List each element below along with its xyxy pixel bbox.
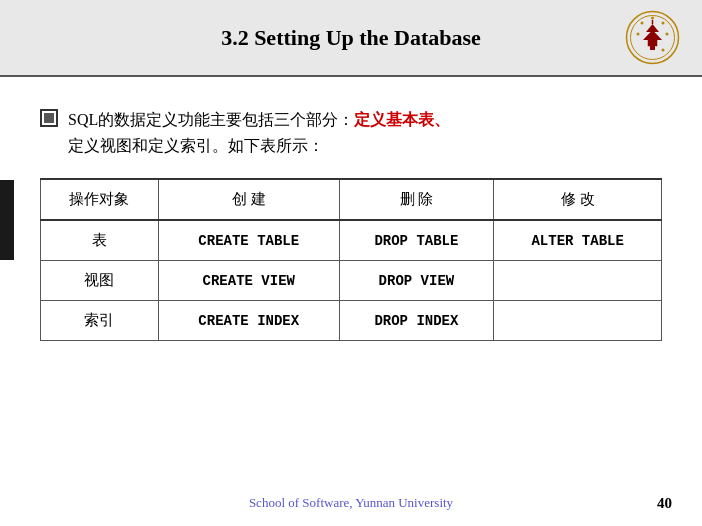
cell-create-table: CREATE TABLE (158, 220, 339, 261)
table-row-table: 表 CREATE TABLE DROP TABLE ALTER TABLE (41, 220, 662, 261)
col-header-create: 创 建 (158, 179, 339, 220)
intro-paragraph: SQL的数据定义功能主要包括三个部分：定义基本表、 定义视图和定义索引。如下表所… (40, 107, 662, 158)
left-decoration (0, 180, 14, 260)
intro-prefix: SQL的数据定义功能主要包括三个部分： (68, 111, 354, 128)
slide-content: SQL的数据定义功能主要包括三个部分：定义基本表、 定义视图和定义索引。如下表所… (0, 77, 702, 351)
cell-create-view: CREATE VIEW (158, 261, 339, 301)
svg-point-11 (640, 22, 643, 25)
intro-suffix: 定义视图和定义索引。如下表所示： (68, 137, 324, 154)
cell-drop-table: DROP TABLE (339, 220, 494, 261)
cell-object-index: 索引 (41, 301, 159, 341)
svg-rect-4 (650, 46, 655, 50)
sql-commands-table: 操作对象 创 建 删 除 修 改 表 CREATE TABLE DROP TAB… (40, 178, 662, 341)
cell-alter-table: ALTER TABLE (494, 220, 662, 261)
cell-drop-index: DROP INDEX (339, 301, 494, 341)
university-logo (622, 10, 682, 65)
slide-footer: School of Software, Yunnan University 40 (0, 495, 702, 511)
cell-create-index: CREATE INDEX (158, 301, 339, 341)
cell-alter-index (494, 301, 662, 341)
svg-point-7 (651, 17, 654, 20)
table-row-view: 视图 CREATE VIEW DROP VIEW (41, 261, 662, 301)
footer-page-number: 40 (657, 495, 672, 512)
col-header-object: 操作对象 (41, 179, 159, 220)
cell-drop-view: DROP VIEW (339, 261, 494, 301)
svg-rect-2 (648, 40, 657, 46)
col-header-drop: 删 除 (339, 179, 494, 220)
cell-alter-view (494, 261, 662, 301)
intro-text: SQL的数据定义功能主要包括三个部分：定义基本表、 定义视图和定义索引。如下表所… (68, 107, 450, 158)
intro-highlight: 定义基本表、 (354, 111, 450, 128)
table-row-index: 索引 CREATE INDEX DROP INDEX (41, 301, 662, 341)
cell-object-view: 视图 (41, 261, 159, 301)
svg-point-8 (661, 22, 664, 25)
slide-header: 3.2 Setting Up the Database (0, 0, 702, 77)
col-header-alter: 修 改 (494, 179, 662, 220)
svg-point-10 (661, 49, 664, 52)
bullet-checkbox (40, 109, 58, 127)
svg-point-12 (636, 33, 639, 36)
cell-object-table: 表 (41, 220, 159, 261)
svg-point-9 (665, 33, 668, 36)
table-header-row: 操作对象 创 建 删 除 修 改 (41, 179, 662, 220)
svg-marker-5 (646, 24, 659, 32)
footer-university: School of Software, Yunnan University (249, 495, 453, 511)
slide-title: 3.2 Setting Up the Database (80, 25, 622, 51)
